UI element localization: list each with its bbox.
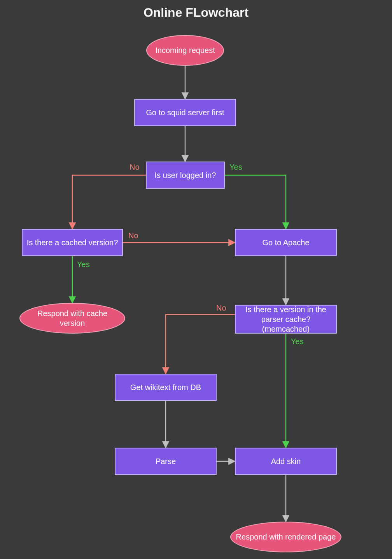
process-apache: Go to Apache xyxy=(235,229,337,256)
process-parse: Parse xyxy=(115,448,217,475)
terminator-start: Incoming request xyxy=(146,35,224,66)
label-loggedin-yes: Yes xyxy=(229,163,242,172)
node-label: Incoming request xyxy=(155,46,215,55)
label-cached-no: No xyxy=(128,231,138,240)
node-label: Respond with rendered page xyxy=(236,532,336,542)
node-label: Respond with cache version xyxy=(24,309,121,328)
edges-layer xyxy=(0,0,392,559)
node-label: Get wikitext from DB xyxy=(130,383,201,392)
process-addskin: Add skin xyxy=(235,448,337,475)
edge-memcached-no xyxy=(166,315,235,374)
flowchart-canvas: Online FLowchart xyxy=(0,0,392,559)
terminator-respond-page: Respond with rendered page xyxy=(230,522,341,552)
page-title: Online FLowchart xyxy=(0,5,392,20)
node-label: Parse xyxy=(156,457,176,466)
label-memcached-no: No xyxy=(216,304,226,313)
node-label: Is there a version in the parser cache? … xyxy=(240,305,332,334)
edge-loggedin-no xyxy=(72,175,146,229)
decision-memcached: Is there a version in the parser cache? … xyxy=(235,305,337,334)
node-label: Go to squid server first xyxy=(146,108,224,118)
node-label: Add skin xyxy=(271,457,301,466)
node-label: Is user logged in? xyxy=(155,171,216,180)
process-squid: Go to squid server first xyxy=(134,99,236,126)
label-loggedin-no: No xyxy=(130,163,140,172)
process-wikitext: Get wikitext from DB xyxy=(115,374,217,401)
decision-cached: Is there a cached version? xyxy=(22,229,123,256)
node-label: Is there a cached version? xyxy=(27,238,118,248)
edge-loggedin-yes xyxy=(225,175,286,229)
terminator-respond-cache: Respond with cache version xyxy=(19,303,125,334)
decision-logged-in: Is user logged in? xyxy=(146,162,225,189)
label-memcached-yes: Yes xyxy=(291,337,304,346)
node-label: Go to Apache xyxy=(262,238,309,248)
label-cached-yes: Yes xyxy=(77,260,90,269)
